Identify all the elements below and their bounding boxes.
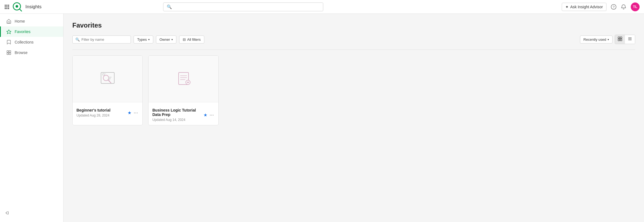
card-actions-right-1: ★ ⋯ xyxy=(128,110,139,115)
card-footer-1: Beginner's tutorial Updated Aug 28, 2024… xyxy=(73,102,142,121)
star-icon xyxy=(6,29,11,34)
search-input[interactable] xyxy=(174,5,320,9)
svg-line-11 xyxy=(20,9,22,11)
sidebar-item-browse[interactable]: Browse xyxy=(0,47,63,58)
card-meta-2: Updated Aug 14, 2024 xyxy=(152,118,203,122)
types-label: Types xyxy=(137,37,147,42)
svg-rect-21 xyxy=(618,37,620,39)
svg-rect-7 xyxy=(6,8,7,9)
types-filter-button[interactable]: Types ▾ xyxy=(134,36,153,44)
topbar-left: Insights xyxy=(4,2,42,12)
card-preview-1 xyxy=(73,56,142,102)
topbar: Insights 🔍 ✦ Ask Insight Advisor ? TL xyxy=(0,0,644,14)
app-title: Insights xyxy=(25,4,42,10)
svg-rect-6 xyxy=(5,8,6,9)
card-actions-right-2: ★ ⋯ xyxy=(203,112,214,118)
filter-search-icon: 🔍 xyxy=(75,37,80,42)
card-business-logic[interactable]: Business Logic Tutorial Data Prep Update… xyxy=(148,55,219,125)
svg-rect-19 xyxy=(9,53,11,55)
apps-grid-icon[interactable] xyxy=(4,4,9,9)
card-title-1: Beginner's tutorial xyxy=(76,108,110,112)
svg-rect-34 xyxy=(103,74,104,75)
svg-rect-35 xyxy=(105,74,106,74)
svg-line-30 xyxy=(108,80,111,83)
svg-rect-23 xyxy=(618,39,620,41)
collections-label: Collections xyxy=(15,40,33,44)
svg-rect-31 xyxy=(108,77,112,78)
list-view-button[interactable] xyxy=(625,35,635,44)
all-filters-button[interactable]: ⊟ All filters xyxy=(179,36,204,44)
svg-rect-22 xyxy=(620,37,622,39)
sidebar: Home Favorites Collections xyxy=(0,14,63,222)
svg-marker-15 xyxy=(7,30,11,34)
sort-button[interactable]: Recently used ▾ xyxy=(580,36,613,44)
card-more-button-2[interactable]: ⋯ xyxy=(210,112,214,118)
advisor-sparkle-icon: ✦ xyxy=(565,5,569,9)
grid-view-button[interactable] xyxy=(615,35,625,44)
browse-icon xyxy=(6,50,11,55)
main-content: Favorites 🔍 Types ▾ Owner ▾ ⊟ All filter… xyxy=(63,14,644,222)
help-icon[interactable]: ? xyxy=(611,4,616,10)
content-divider xyxy=(72,50,635,50)
card-actions-2: Business Logic Tutorial Data Prep Update… xyxy=(152,108,214,122)
cards-grid: Beginner's tutorial Updated Aug 28, 2024… xyxy=(72,55,635,125)
card-preview-2 xyxy=(149,56,218,102)
layout: Home Favorites Collections xyxy=(0,14,644,222)
sidebar-item-favorites[interactable]: Favorites xyxy=(0,26,63,37)
card-star-button-2[interactable]: ★ xyxy=(203,112,207,118)
svg-rect-5 xyxy=(8,6,9,7)
ask-advisor-label: Ask Insight Advisor xyxy=(570,5,603,9)
owner-filter-button[interactable]: Owner ▾ xyxy=(156,36,176,44)
bookmark-icon xyxy=(6,40,11,45)
card-star-button-1[interactable]: ★ xyxy=(128,110,131,115)
sort-label: Recently used xyxy=(584,37,606,42)
favorites-label: Favorites xyxy=(15,29,31,34)
home-icon xyxy=(6,19,11,24)
filter-bar: 🔍 Types ▾ Owner ▾ ⊟ All filters Recently… xyxy=(72,35,635,44)
avatar[interactable]: TL xyxy=(631,2,640,11)
svg-rect-17 xyxy=(9,51,11,52)
notifications-icon[interactable] xyxy=(621,4,626,10)
svg-rect-4 xyxy=(6,6,7,7)
filter-name-input[interactable] xyxy=(81,37,128,42)
qlik-logo xyxy=(12,2,23,12)
types-chevron-icon: ▾ xyxy=(148,38,150,41)
svg-rect-3 xyxy=(5,6,6,7)
svg-rect-8 xyxy=(8,8,9,9)
sort-chevron-icon: ▾ xyxy=(608,38,609,41)
svg-text:?: ? xyxy=(613,5,615,9)
card-footer-2: Business Logic Tutorial Data Prep Update… xyxy=(149,102,218,125)
owner-label: Owner xyxy=(160,37,170,42)
filter-search-box[interactable]: 🔍 xyxy=(72,36,131,44)
card-beginners-tutorial[interactable]: Beginner's tutorial Updated Aug 28, 2024… xyxy=(72,55,143,125)
card-title-2: Business Logic Tutorial Data Prep xyxy=(152,108,203,117)
card-meta-1: Updated Aug 28, 2024 xyxy=(76,113,110,117)
svg-rect-1 xyxy=(6,5,7,6)
svg-point-10 xyxy=(15,5,18,8)
collapse-sidebar-button[interactable] xyxy=(4,210,9,216)
all-filters-label: All filters xyxy=(187,37,201,42)
svg-rect-2 xyxy=(8,5,9,6)
card-actions-1: Beginner's tutorial Updated Aug 28, 2024… xyxy=(76,108,139,117)
sidebar-item-home[interactable]: Home xyxy=(0,16,63,26)
svg-rect-32 xyxy=(108,78,111,79)
svg-rect-16 xyxy=(7,51,9,52)
topbar-right: ✦ Ask Insight Advisor ? TL xyxy=(562,2,640,11)
svg-rect-24 xyxy=(620,39,622,41)
svg-rect-33 xyxy=(108,80,110,80)
ask-advisor-button[interactable]: ✦ Ask Insight Advisor xyxy=(562,3,606,11)
page-title: Favorites xyxy=(72,21,635,29)
right-controls: Recently used ▾ xyxy=(580,35,635,44)
browse-label: Browse xyxy=(15,50,28,55)
owner-chevron-icon: ▾ xyxy=(171,38,173,41)
svg-rect-0 xyxy=(5,5,6,6)
svg-rect-18 xyxy=(7,53,9,55)
svg-rect-14 xyxy=(8,21,10,23)
card-more-button-1[interactable]: ⋯ xyxy=(134,110,139,115)
search-icon: 🔍 xyxy=(167,4,172,9)
home-label: Home xyxy=(15,19,25,23)
sidebar-item-collections[interactable]: Collections xyxy=(0,37,63,47)
view-toggle xyxy=(615,35,635,44)
search-bar[interactable]: 🔍 xyxy=(163,2,323,11)
filter-funnel-icon: ⊟ xyxy=(183,37,186,42)
